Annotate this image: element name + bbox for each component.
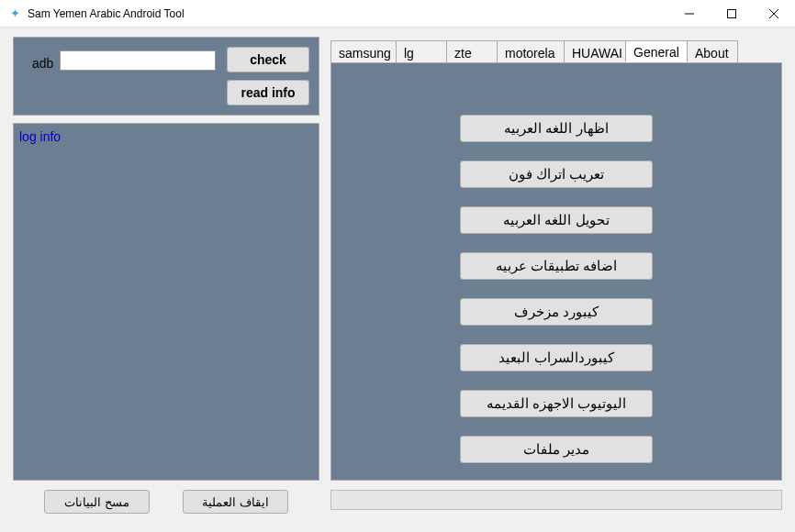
general-action-button-0[interactable]: اظهار اللغه العربيه: [460, 115, 653, 142]
general-action-button-2[interactable]: تحويل اللغه العربيه: [460, 206, 653, 234]
general-action-button-5[interactable]: كيبوردالسراب البعيد: [460, 344, 653, 371]
general-action-button-7[interactable]: مدير ملفات: [460, 436, 653, 463]
log-panel: log info: [13, 123, 319, 481]
adb-label: adb: [32, 56, 53, 71]
stop-operation-button[interactable]: ايقاف العملية: [183, 490, 288, 514]
tabs-header: samsunglgztemotorelaHUAWAIGeneralAbout: [330, 40, 782, 62]
general-action-button-1[interactable]: تعريب اتراك فون: [460, 161, 653, 188]
tab-motorela[interactable]: motorela: [497, 40, 565, 62]
general-action-button-4[interactable]: كيبورد مزخرف: [460, 298, 653, 326]
tab-content-general: اظهار اللغه العربيهتعريب اتراك فونتحويل …: [330, 62, 782, 481]
check-button[interactable]: check: [227, 47, 309, 72]
tab-about[interactable]: About: [687, 40, 738, 62]
general-action-button-6[interactable]: اليوتيوب الاجهزه القديمه: [460, 390, 653, 417]
adb-input[interactable]: [60, 50, 216, 71]
adb-panel: adb check read info: [13, 37, 319, 116]
svg-rect-1: [728, 9, 736, 17]
bottom-panel: مسح البيانات ايقاف العملية: [13, 488, 319, 521]
window-title: Sam Yemen Arabic Android Tool: [28, 7, 185, 20]
titlebar-left: ✦ Sam Yemen Arabic Android Tool: [7, 6, 185, 21]
minimize-button[interactable]: [668, 0, 711, 27]
tab-samsung[interactable]: samsung: [330, 40, 397, 62]
tabs-container: samsunglgztemotorelaHUAWAIGeneralAbout ا…: [330, 40, 782, 481]
close-button[interactable]: [753, 0, 795, 27]
tab-general[interactable]: General: [625, 40, 688, 62]
progress-bar: [330, 490, 782, 510]
maximize-button[interactable]: [711, 0, 753, 27]
tab-zte[interactable]: zte: [446, 40, 498, 62]
read-info-button[interactable]: read info: [227, 80, 309, 105]
general-action-button-3[interactable]: اضافه تطبيقات عربيه: [460, 252, 653, 280]
log-header: log info: [14, 124, 319, 150]
tab-lg[interactable]: lg: [396, 40, 447, 62]
app-icon: ✦: [7, 6, 22, 21]
clear-data-button[interactable]: مسح البيانات: [44, 490, 150, 514]
client-area: adb check read info log info مسح البيانا…: [0, 28, 795, 532]
titlebar: ✦ Sam Yemen Arabic Android Tool: [0, 0, 795, 28]
window-controls: [668, 0, 795, 27]
tab-huawai[interactable]: HUAWAI: [564, 40, 626, 62]
